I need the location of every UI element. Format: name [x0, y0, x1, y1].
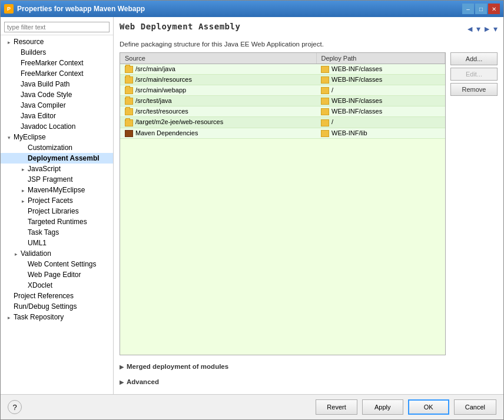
sidebar-item-javascript[interactable]: JavaScript: [1, 164, 113, 174]
sidebar-item-java-code-style[interactable]: Java Code Style: [1, 89, 113, 100]
advanced-section: ▶ Advanced: [120, 376, 498, 387]
sidebar-item-deployment-assembly[interactable]: Deployment Assembl: [1, 153, 113, 164]
table-row[interactable]: /src/test/javaWEB-INF/classes: [120, 96, 445, 106]
deploy-folder-icon: [321, 119, 329, 126]
sidebar-item-project-libraries[interactable]: Project Libraries: [1, 206, 113, 216]
sidebar-item-run-debug-settings[interactable]: Run/Debug Settings: [1, 301, 113, 312]
sidebar-item-targeted-runtimes[interactable]: Targeted Runtimes: [1, 216, 113, 227]
sidebar-item-web-page-editor[interactable]: Web Page Editor: [1, 269, 113, 280]
deploy-cell: WEB-INF/classes: [316, 64, 445, 75]
merged-deployment-label: Merged deployment of modules: [127, 363, 228, 370]
table-row[interactable]: /src/test/resourcesWEB-INF/classes: [120, 106, 445, 117]
merged-deployment-header[interactable]: ▶ Merged deployment of modules: [120, 361, 498, 372]
folder-icon: [125, 98, 133, 105]
add-button[interactable]: Add...: [450, 52, 498, 65]
sidebar-item-java-compiler[interactable]: Java Compiler: [1, 100, 113, 111]
sidebar-item-jsp-fragment[interactable]: JSP Fragment: [1, 174, 113, 185]
label-java-build-path: Java Build Path: [21, 80, 69, 88]
expander-project-facets: [22, 198, 28, 204]
close-button[interactable]: ✕: [488, 4, 500, 14]
filter-input[interactable]: [4, 22, 110, 32]
label-task-repository: Task Repository: [14, 313, 64, 321]
sidebar-item-myeclipse[interactable]: MyEclipse: [1, 132, 113, 142]
deploy-cell: WEB-INF/classes: [316, 75, 445, 85]
table-section: Source Deploy Path /src/main/javaWEB-INF…: [120, 52, 498, 359]
expander-validation: [15, 251, 21, 257]
expander-resource: [8, 39, 14, 45]
advanced-header[interactable]: ▶ Advanced: [120, 376, 498, 387]
sidebar-item-xdoclet[interactable]: XDoclet: [1, 280, 113, 291]
sidebar-item-builders[interactable]: Builders: [1, 47, 113, 58]
deploy-cell: /: [316, 117, 445, 128]
table-row[interactable]: /target/m2e-jee/web-resources/: [120, 117, 445, 128]
nav-arrows: ◄ ▾ ► ▾: [466, 24, 498, 34]
edit-button[interactable]: Edit...: [450, 68, 498, 81]
sidebar-item-project-facets[interactable]: Project Facets: [1, 195, 113, 206]
table-row[interactable]: /src/main/resourcesWEB-INF/classes: [120, 75, 445, 85]
back-button[interactable]: ◄: [466, 24, 474, 34]
label-freemarker1: FreeMarker Context: [21, 59, 84, 67]
source-cell: /src/main/resources: [120, 75, 316, 85]
label-uml1: UML1: [28, 239, 47, 247]
sidebar-item-java-build-path[interactable]: Java Build Path: [1, 79, 113, 89]
sidebar-item-freemarker1[interactable]: FreeMarker Context: [1, 58, 113, 68]
main-content: ResourceBuildersFreeMarker ContextFreeMa…: [1, 17, 503, 394]
label-freemarker2: FreeMarker Context: [21, 69, 84, 78]
sidebar-item-task-repository[interactable]: Task Repository: [1, 312, 113, 322]
sidebar-item-validation[interactable]: Validation: [1, 248, 113, 259]
expander-javascript: [22, 166, 28, 172]
folder-icon: [125, 108, 133, 115]
expander-maven4myeclipse: [22, 188, 28, 194]
cancel-button[interactable]: Cancel: [454, 399, 496, 415]
ok-button[interactable]: OK: [408, 399, 449, 415]
label-project-references: Project References: [14, 292, 74, 300]
panel-header: Web Deployment Assembly ◄ ▾ ► ▾: [120, 22, 498, 36]
label-java-editor: Java Editor: [21, 112, 56, 120]
sidebar-item-freemarker2[interactable]: FreeMarker Context: [1, 68, 113, 79]
filter-box: [1, 19, 113, 35]
panel-title: Web Deployment Assembly: [120, 22, 240, 31]
advanced-label: Advanced: [127, 378, 159, 385]
sidebar-item-maven4myeclipse[interactable]: Maven4MyEclipse: [1, 185, 113, 195]
table-container[interactable]: Source Deploy Path /src/main/javaWEB-INF…: [120, 52, 446, 355]
expander-task-repository: [8, 315, 14, 321]
sidebar-item-project-references[interactable]: Project References: [1, 291, 113, 301]
sidebar-item-resource[interactable]: Resource: [1, 36, 113, 47]
col-source: Source: [120, 53, 316, 64]
action-buttons: Add... Edit... Remove: [450, 52, 498, 359]
label-deployment-assembly: Deployment Assembl: [28, 154, 100, 162]
sidebar-item-web-content-settings[interactable]: Web Content Settings: [1, 259, 113, 269]
remove-button[interactable]: Remove: [450, 83, 498, 96]
apply-button[interactable]: Apply: [362, 399, 403, 415]
label-maven4myeclipse: Maven4MyEclipse: [28, 186, 85, 194]
help-button[interactable]: ?: [8, 400, 22, 414]
table-row[interactable]: Maven DependenciesWEB-INF/lib: [120, 128, 445, 138]
label-project-libraries: Project Libraries: [28, 207, 79, 215]
bottom-bar: ? Revert Apply OK Cancel: [1, 394, 503, 419]
label-myeclipse: MyEclipse: [14, 133, 46, 141]
deploy-folder-icon: [321, 108, 329, 115]
label-resource: Resource: [14, 38, 44, 46]
table-row[interactable]: /src/main/javaWEB-INF/classes: [120, 64, 445, 75]
revert-button[interactable]: Revert: [316, 399, 357, 415]
table-row[interactable]: /src/main/webapp/: [120, 85, 445, 96]
sidebar-item-uml1[interactable]: UML1: [1, 238, 113, 248]
forward-button[interactable]: ►: [483, 24, 491, 34]
window-icon: P: [4, 4, 14, 14]
expander-myeclipse: [8, 135, 14, 141]
minimize-button[interactable]: –: [462, 4, 474, 14]
label-xdoclet: XDoclet: [28, 281, 52, 289]
label-web-content-settings: Web Content Settings: [28, 260, 97, 268]
dropdown-button[interactable]: ▾: [476, 24, 480, 34]
deploy-folder-icon: [321, 130, 329, 137]
maximize-button[interactable]: □: [475, 4, 487, 14]
sidebar-item-customization[interactable]: Customization: [1, 142, 113, 153]
sidebar-item-task-tags[interactable]: Task Tags: [1, 227, 113, 238]
sidebar-item-javadoc-location[interactable]: Javadoc Location: [1, 121, 113, 132]
main-panel: Web Deployment Assembly ◄ ▾ ► ▾ Define p…: [114, 17, 503, 394]
sidebar-item-java-editor[interactable]: Java Editor: [1, 111, 113, 121]
dropdown2-button[interactable]: ▾: [493, 24, 498, 34]
window-controls: – □ ✕: [462, 4, 500, 14]
deploy-cell: WEB-INF/classes: [316, 106, 445, 117]
label-javadoc-location: Javadoc Location: [21, 122, 75, 131]
